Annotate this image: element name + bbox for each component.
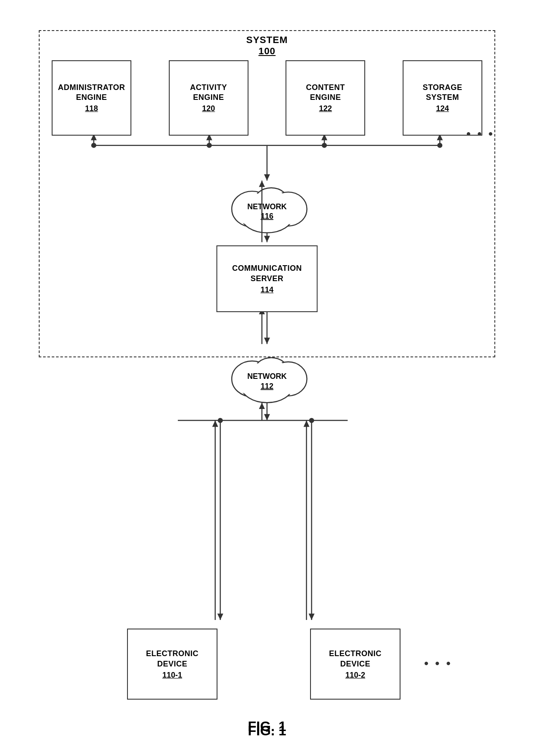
system-title: SYSTEM [246, 34, 288, 45]
activity-engine-label: ACTIVITYENGINE [190, 83, 227, 103]
svg-marker-28 [259, 180, 265, 187]
svg-text:NETWORK: NETWORK [247, 372, 287, 381]
svg-marker-14 [264, 174, 270, 181]
content-engine-box: CONTENTENGINE 122 [286, 60, 365, 136]
content-engine-ref: 122 [319, 104, 332, 113]
engines-row: ADMINISTRATORENGINE 118 ACTIVITYENGINE 1… [52, 60, 482, 136]
electronic-device-1-box: ELECTRONICDEVICE 110-1 [127, 629, 217, 700]
activity-engine-ref: 120 [202, 104, 215, 113]
administrator-engine-box: ADMINISTRATORENGINE 118 [52, 60, 131, 136]
svg-marker-49 [259, 403, 265, 409]
system-ref: 100 [246, 46, 288, 57]
system-label: SYSTEM 100 [246, 34, 288, 57]
electronic-device-1-ref: 110-1 [162, 671, 182, 680]
network-116-cloud: NETWORK 116 [232, 188, 307, 233]
content-engine-label: CONTENTENGINE [306, 83, 345, 103]
svg-marker-53 [212, 421, 218, 427]
administrator-engine-ref: 118 [85, 104, 98, 113]
svg-marker-44 [264, 414, 270, 421]
electronic-device-2-ref: 110-2 [345, 671, 365, 680]
comm-server-ref: 114 [261, 285, 273, 294]
storage-system-label: STORAGESYSTEM [422, 83, 462, 103]
svg-marker-26 [264, 236, 270, 242]
administrator-engine-label: ADMINISTRATORENGINE [58, 83, 125, 103]
device-dots: • • • [424, 657, 452, 670]
svg-marker-55 [309, 613, 315, 620]
electronic-device-2-label: ELECTRONICDEVICE [329, 648, 382, 669]
figure-caption: FIG. 1 [248, 723, 286, 739]
svg-marker-57 [304, 421, 310, 427]
activity-engine-box: ACTIVITYENGINE 120 [169, 60, 248, 136]
storage-system-box: STORAGESYSTEM 124 [403, 60, 482, 136]
svg-marker-30 [264, 338, 270, 344]
electronic-device-2-box: ELECTRONICDEVICE 110-2 [310, 629, 400, 700]
svg-marker-51 [217, 613, 224, 620]
comm-server-box: COMMUNICATIONSERVER 114 [217, 245, 318, 312]
svg-text:112: 112 [261, 382, 273, 390]
storage-system-ref: 124 [436, 104, 449, 113]
electronic-device-1-label: ELECTRONICDEVICE [146, 648, 199, 669]
comm-server-label: COMMUNICATIONSERVER [232, 263, 302, 284]
network-112-cloud: NETWORK 112 [232, 358, 307, 403]
svg-text:NETWORK: NETWORK [247, 202, 287, 211]
svg-text:116: 116 [261, 212, 273, 220]
engine-dots: • • • [466, 127, 494, 141]
